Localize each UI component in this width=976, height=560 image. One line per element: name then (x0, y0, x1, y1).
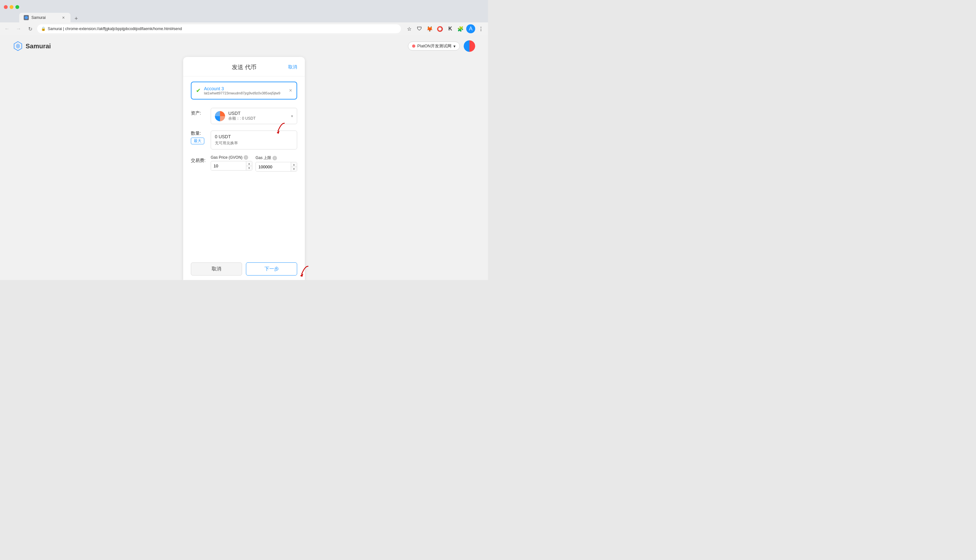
account-box: ✔ Account 3 lat1whwtt97723mwudm87jrg9vd9… (191, 82, 297, 100)
account-avatar[interactable] (464, 40, 475, 52)
account-info: Account 3 lat1whwtt97723mwudm87jrg9vd9z0… (204, 86, 286, 95)
logo-area: Samurai (13, 41, 51, 51)
account-address: lat1whwtt97723mwudm87jrg9vd9z0v385sej5jt… (204, 91, 286, 95)
asset-dropdown-icon: ▾ (291, 114, 293, 118)
tab-close-button[interactable]: × (61, 15, 66, 20)
gas-price-input-field[interactable] (211, 162, 246, 170)
new-tab-button[interactable]: + (72, 15, 80, 22)
asset-control: USDT 余额：: 0 USDT ▾ (211, 108, 297, 124)
tab-favicon (24, 15, 29, 20)
asset-balance: 余额：: 0 USDT (228, 116, 288, 121)
gas-limit-up-button[interactable]: ▲ (291, 162, 297, 167)
asset-row: 资产: (183, 105, 305, 127)
logo-icon (13, 41, 23, 51)
account-name: Account 3 (204, 86, 286, 91)
gas-limit-input-field[interactable] (256, 163, 291, 171)
account-icon[interactable]: A (466, 24, 475, 33)
card-header: 发送 代币 取消 (183, 57, 305, 77)
gas-limit-label: Gas 上限 (256, 155, 271, 161)
network-label: PlatON开发测试网 (417, 43, 451, 49)
main-card: 发送 代币 取消 ✔ Account 3 lat1whwtt97723mwudm… (183, 57, 305, 280)
network-dropdown-icon: ▾ (453, 44, 456, 48)
app-header: Samurai PlatON开发测试网 ▾ (0, 35, 488, 57)
gas-fields: Gas Price (GVON) i ▲ ▼ (211, 155, 297, 172)
network-selector[interactable]: PlatON开发测试网 ▾ (408, 42, 460, 50)
traffic-lights (4, 5, 19, 9)
tab-title: Samurai (32, 15, 58, 20)
gas-limit-info-icon[interactable]: i (272, 156, 277, 160)
metamask-icon[interactable]: 🦊 (425, 24, 434, 33)
bookmark-button[interactable]: ☆ (405, 24, 414, 33)
url-text: Samurai | chrome-extension://akffjgkaljc… (48, 27, 182, 31)
gas-limit-field: Gas 上限 i ▲ ▼ (256, 155, 297, 172)
shield-icon[interactable]: 🛡 (415, 24, 424, 33)
gas-price-label: Gas Price (GVON) (211, 155, 242, 160)
gas-price-spinners: ▲ ▼ (246, 161, 252, 170)
next-button[interactable]: 下一步 (246, 262, 297, 275)
quantity-label: 数量: (191, 130, 207, 136)
quantity-note: 无可用兑换率 (215, 140, 293, 146)
address-bar[interactable]: 🔒 Samurai | chrome-extension://akffjgkal… (37, 24, 401, 33)
asset-icon (215, 111, 225, 121)
menu-button[interactable]: ⋮ (476, 24, 485, 33)
asset-selector[interactable]: USDT 余额：: 0 USDT ▾ (211, 108, 297, 124)
account-verified-icon: ✔ (196, 87, 201, 94)
extensions-icon[interactable]: 🧩 (456, 24, 465, 33)
gas-limit-input[interactable]: ▲ ▼ (256, 162, 297, 172)
pocket-icon[interactable]: ⭕ (436, 24, 445, 33)
maximize-window-button[interactable] (15, 5, 19, 9)
forward-button[interactable]: → (14, 24, 23, 33)
network-status-dot (412, 45, 415, 48)
back-button[interactable]: ← (3, 24, 12, 33)
avatar-gradient (464, 40, 475, 52)
asset-name: USDT (228, 111, 288, 116)
browser-tab[interactable]: Samurai × (19, 13, 70, 22)
gas-limit-spinners: ▲ ▼ (291, 162, 297, 171)
header-cancel-link[interactable]: 取消 (288, 64, 297, 70)
gas-price-input[interactable]: ▲ ▼ (211, 161, 252, 170)
cancel-button[interactable]: 取消 (191, 262, 242, 275)
gas-fee-label: 交易费: (191, 155, 207, 163)
asset-label: 资产: (191, 108, 207, 116)
account-close-button[interactable]: × (289, 88, 292, 93)
k-icon[interactable]: K (446, 24, 455, 33)
gas-price-field: Gas Price (GVON) i ▲ ▼ (211, 155, 252, 172)
card-title: 发送 代币 (201, 63, 288, 71)
bottom-buttons: 取消 下一步 (183, 257, 305, 277)
header-right: PlatON开发测试网 ▾ (408, 40, 475, 52)
gas-price-up-button[interactable]: ▲ (246, 161, 252, 166)
gas-limit-down-button[interactable]: ▼ (291, 167, 297, 171)
card-wrapper: 发送 代币 取消 ✔ Account 3 lat1whwtt97723mwudm… (0, 57, 488, 280)
gas-price-info-icon[interactable]: i (244, 155, 248, 160)
gas-row: 交易费: Gas Price (GVON) i ▲ ▼ (183, 153, 305, 174)
svg-marker-2 (16, 43, 20, 48)
gas-price-down-button[interactable]: ▼ (246, 166, 252, 170)
quantity-control: 0 USDT 无可用兑换率 (211, 130, 297, 150)
refresh-button[interactable]: ↻ (26, 24, 35, 33)
asset-info: USDT 余额：: 0 USDT (228, 111, 288, 121)
quantity-row: 数量: 最大 0 USDT 无可用兑换 (183, 127, 305, 153)
svg-marker-0 (25, 16, 28, 19)
logo-text: Samurai (26, 43, 51, 50)
close-window-button[interactable] (4, 5, 8, 9)
security-icon: 🔒 (41, 27, 46, 31)
quantity-value: 0 USDT (215, 134, 293, 139)
minimize-window-button[interactable] (10, 5, 13, 9)
quantity-input-box[interactable]: 0 USDT 无可用兑换率 (211, 130, 297, 150)
max-button[interactable]: 最大 (191, 138, 204, 144)
